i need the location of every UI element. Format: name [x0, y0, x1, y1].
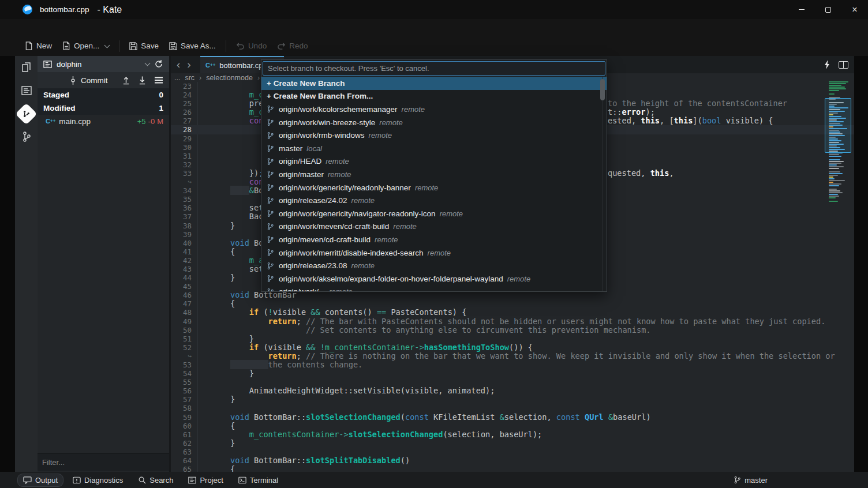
undo-button[interactable]: Undo [231, 39, 272, 53]
modified-row[interactable]: Modified 1 [38, 102, 169, 115]
maximize-button[interactable] [815, 0, 841, 19]
branch-list-item[interactable]: origin/HEAD remote [261, 155, 607, 168]
menu-item[interactable] [52, 21, 65, 35]
output-button[interactable]: Output [17, 474, 63, 487]
toolbar-separator [226, 40, 226, 52]
branch-label: origin/work/meven/cd-craft-build [279, 222, 389, 231]
branch-list-item[interactable]: origin/work/genericity/navigator-readonl… [261, 207, 607, 220]
breadcrumb-ellipsis[interactable]: ... [174, 74, 180, 82]
menu-item[interactable] [90, 21, 103, 35]
git-branch-indicator[interactable]: master [734, 476, 768, 485]
branch-list-item[interactable]: origin/meven/cd-craft-build remote [261, 233, 607, 246]
line-number: 28 [171, 125, 192, 134]
code-line: 52 return; // There is nothing on the ba… [171, 343, 854, 352]
forward-button[interactable]: › [184, 58, 194, 71]
split-view-icon[interactable] [839, 61, 848, 69]
window-title-file: bottombar.cpp [40, 5, 89, 14]
minimize-button[interactable] [788, 0, 815, 19]
open-button[interactable]: Open... [57, 39, 114, 53]
branch-list-item[interactable]: origin/work/genericity/readonly-banner r… [261, 181, 607, 194]
menu-item[interactable] [65, 21, 77, 35]
minimap-viewport[interactable] [825, 98, 851, 153]
branch-checkout-popup: + Create New Branch + Create New Branch … [261, 59, 607, 292]
branch-list: + Create New Branch + Create New Branch … [261, 77, 607, 292]
code-line: 64{ [171, 456, 854, 465]
code-line: 62 [171, 439, 854, 448]
branch-list-item[interactable]: origin/work/rmb-windows remote [261, 129, 607, 142]
search-button[interactable]: Search [132, 474, 179, 487]
open-dropdown-chevron-icon[interactable] [104, 42, 110, 48]
push-icon[interactable] [122, 76, 130, 85]
back-button[interactable]: ‹ [173, 58, 184, 71]
branch-scope-tag: remote [440, 209, 463, 218]
breadcrumb-src[interactable]: src [185, 74, 194, 82]
breadcrumb-selectionmode[interactable]: selectionmode [206, 74, 253, 82]
menu-item[interactable] [115, 21, 128, 35]
branch-list-item[interactable]: + Create New Branch From... [261, 90, 607, 103]
popup-scrollbar-track[interactable] [603, 77, 603, 292]
branch-list-item[interactable]: origin/work/kcolorschememanager remote [261, 103, 607, 116]
projects-tool-button[interactable] [15, 79, 38, 102]
branch-list-item[interactable]: origin/work/meven/cd-craft-build remote [261, 220, 607, 234]
project-chevron-down-icon[interactable] [145, 61, 151, 66]
redo-button[interactable]: Redo [272, 39, 313, 53]
code-line: 65 switch (contents()) { [171, 465, 854, 472]
documents-icon [21, 62, 32, 73]
branch-list-item[interactable]: origin/release/24.02 remote [261, 194, 607, 207]
line-number: ↪ [171, 178, 192, 186]
line-number: 25 [171, 99, 192, 108]
git-project-header[interactable]: dolphin [38, 56, 169, 72]
menu-item[interactable] [103, 21, 115, 35]
undo-icon [236, 42, 245, 50]
branch-list-item[interactable]: origin/release/23.08 remote [261, 259, 607, 272]
code-line: 58void BottomBar::slotSelectionChanged(c… [171, 404, 854, 412]
line-number: 52 [171, 343, 192, 352]
menu-item[interactable] [128, 21, 141, 35]
menu-item[interactable] [27, 21, 39, 35]
menu-item[interactable] [141, 21, 154, 35]
staged-row[interactable]: Staged 0 [38, 88, 169, 102]
terminal-button[interactable]: Terminal [233, 474, 284, 487]
branch-scope-tag: remote [351, 196, 375, 205]
line-number: 46 [171, 291, 192, 299]
line-number: 33 [171, 169, 192, 178]
branch-search-input[interactable] [263, 61, 605, 76]
menu-item[interactable] [39, 21, 52, 35]
refresh-icon[interactable] [154, 59, 163, 69]
save-as-button[interactable]: Save As... [164, 39, 221, 53]
branch-list-item[interactable]: + Create New Branch [261, 77, 607, 90]
quick-actions-lightning-icon[interactable] [824, 60, 830, 69]
filter-input[interactable] [38, 454, 169, 471]
menu-item[interactable] [14, 21, 27, 35]
pull-icon[interactable] [138, 76, 147, 85]
menu-hamburger-icon[interactable] [154, 76, 163, 84]
modified-file-row[interactable]: C++ main.cpp +5 -0 M [38, 115, 169, 128]
branch-list-item[interactable]: origin/work/win-breeze-style remote [261, 116, 607, 129]
toolbar-separator [119, 40, 119, 52]
menu-item[interactable] [77, 21, 90, 35]
git-tool-button-active[interactable] [15, 102, 38, 125]
documents-tool-button[interactable] [15, 56, 38, 79]
close-button[interactable]: × [841, 0, 868, 19]
line-number: 30 [171, 143, 192, 152]
project-button[interactable]: Project [182, 474, 229, 487]
branch-list-item[interactable]: origin/work/merritt/disable-indexed-sear… [261, 246, 607, 260]
redo-icon [277, 42, 286, 50]
new-button[interactable]: New [20, 39, 57, 53]
diagnostics-button[interactable]: Diagnostics [67, 474, 129, 487]
branch-list-item[interactable]: origin/work/akselmo/expand-folder-on-hov… [261, 272, 607, 286]
branch-list-item[interactable]: origin/work/... remote [261, 286, 607, 292]
line-number: 31 [171, 152, 192, 160]
branch-list-item[interactable]: master local [261, 142, 607, 155]
toolbar: New Open... Save Save As... Undo Redo [0, 36, 868, 56]
kate-app-icon [23, 5, 32, 14]
sidebar-icon-bar [15, 56, 38, 472]
branch-list-item[interactable]: origin/master remote [261, 168, 607, 181]
branch-label: origin/master [279, 170, 324, 179]
popup-scrollbar-thumb[interactable] [600, 79, 605, 100]
branches-tool-button[interactable] [15, 125, 38, 148]
commit-button[interactable]: Commit [69, 76, 108, 85]
title-bar: bottombar.cpp - Kate × [0, 0, 868, 19]
save-button[interactable]: Save [124, 39, 164, 53]
status-bar: Output Diagnostics Search Project Termin… [0, 472, 868, 488]
